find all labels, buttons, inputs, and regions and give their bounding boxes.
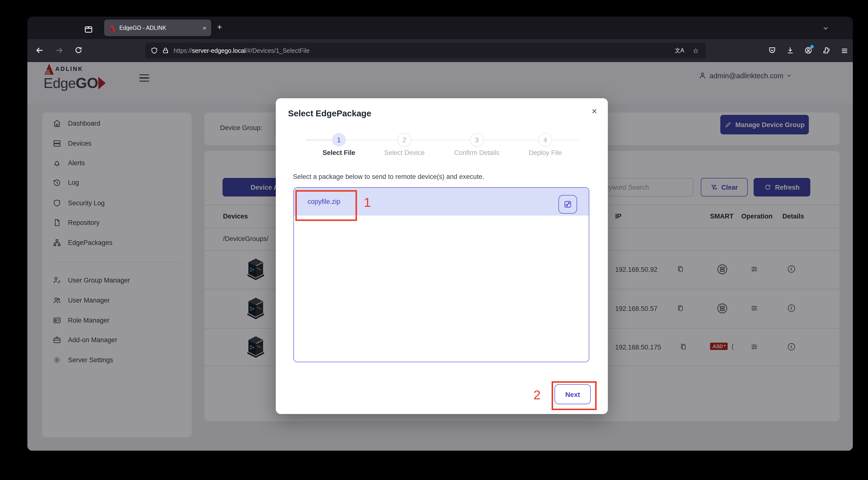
step-circle-3: 3 (470, 133, 484, 147)
select-edgepackage-modal: Select EdgePackage × 1 2 3 4 Select File… (276, 98, 608, 414)
step-label-deploy-file: Deploy File (508, 149, 582, 156)
pocket-icon[interactable] (768, 46, 776, 54)
extensions-puzzle-icon[interactable] (823, 46, 830, 54)
downloads-icon[interactable] (786, 46, 794, 54)
tab-title: EdgeGO - ADLINK (119, 25, 203, 31)
sidebar-toggle-icon[interactable] (84, 25, 93, 34)
tab-favicon-adlink-icon (109, 25, 115, 31)
step-label-select-file: Select File (302, 149, 376, 156)
modal-description: Select a package below to send to remote… (293, 173, 484, 180)
annotation-box-1 (296, 190, 357, 221)
step-circle-2: 2 (398, 133, 411, 147)
account-icon[interactable] (804, 46, 812, 54)
tab-close-icon[interactable]: × (203, 24, 206, 32)
stepper-line (484, 140, 538, 140)
annotation-number-2: 2 (533, 388, 540, 403)
step-circle-1: 1 (332, 133, 346, 147)
stepper-line (411, 140, 470, 140)
stepper-line (306, 140, 332, 140)
desktop: EdgeGO - ADLINK × + https://server-edgeg… (0, 0, 868, 480)
stepper-line (552, 140, 579, 140)
account-notification-dot (810, 45, 814, 49)
modal-title: Select EdgePackage (288, 108, 371, 119)
forward-icon[interactable] (55, 46, 64, 55)
back-icon[interactable] (35, 46, 44, 55)
modal-close-icon[interactable]: × (592, 106, 597, 117)
browser-tab[interactable]: EdgeGO - ADLINK × (104, 20, 211, 36)
tracking-shield-icon[interactable] (151, 47, 158, 54)
url-text: https://server-edgego.local/#/Devices/1_… (174, 47, 310, 54)
annotation-box-2 (552, 381, 597, 410)
reload-icon[interactable] (74, 46, 83, 54)
new-tab-button[interactable]: + (217, 23, 222, 32)
url-bar[interactable]: https://server-edgego.local/#/Devices/1_… (145, 42, 706, 59)
package-expand-icon[interactable] (558, 195, 577, 214)
step-label-select-device: Select Device (368, 149, 441, 156)
stepper-line (346, 140, 398, 140)
connection-lock-icon[interactable] (162, 47, 169, 54)
step-circle-4: 4 (538, 133, 552, 147)
tab-list-chevron-icon[interactable] (823, 25, 829, 31)
menu-hamburger-icon[interactable] (841, 47, 848, 55)
translate-icon[interactable]: 文A (675, 47, 684, 54)
bookmark-star-icon[interactable]: ☆ (693, 47, 699, 55)
step-label-confirm-details: Confirm Details (440, 149, 514, 156)
annotation-number-1: 1 (364, 195, 371, 210)
